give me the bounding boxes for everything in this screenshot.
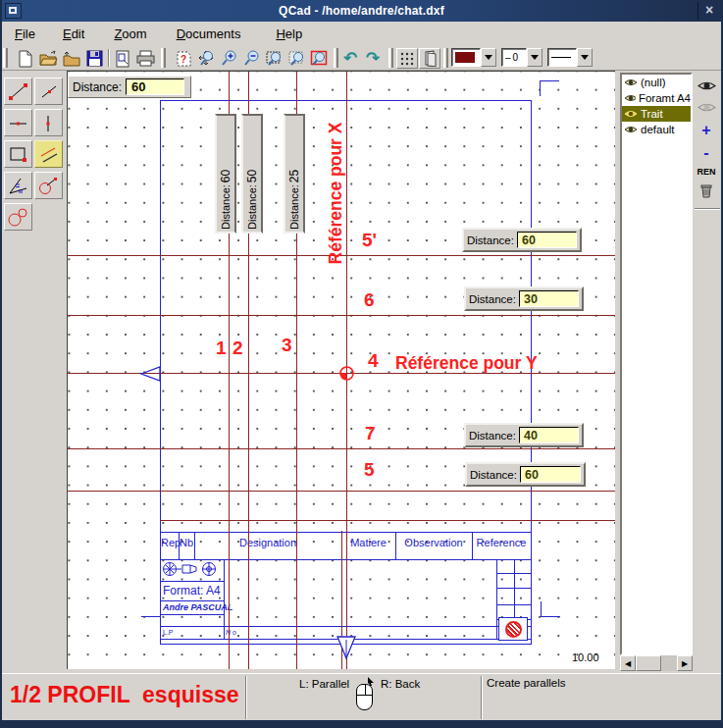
distance-value: 60 [517,232,577,248]
drawing-canvas[interactable]: Rep Nb Designation Matiere Observation R… [67,71,615,669]
line-style-arrow[interactable] [577,48,593,67]
titleblock-footer-mid: N o [226,629,236,636]
close-button[interactable]: × [697,2,720,20]
layer-show-all-button[interactable] [693,78,720,96]
tool-tangent-circles[interactable] [4,203,32,231]
layer-name: Foramt A4 [639,92,691,104]
line-style-field[interactable] [547,48,577,67]
redo-button[interactable]: ↷ [362,48,384,69]
menu-help[interactable]: Help [267,24,311,44]
zoom-out-button[interactable] [240,48,262,69]
distance-input[interactable]: 60 [126,78,184,95]
scroll-left-button[interactable]: ◀ [620,655,636,671]
grid-spacing-indicator: 10.00 [572,651,599,663]
print-button[interactable] [134,48,156,69]
titleblock-author: Andre PASCUAL [163,602,232,612]
toolbar-handle[interactable] [443,48,448,68]
tool-rectangle[interactable] [4,140,32,168]
grid-toggle-button[interactable] [396,48,418,69]
tool-bisector[interactable] [4,172,32,199]
tool-line-angle[interactable] [34,78,63,105]
tool-line-vertical[interactable] [34,109,63,136]
toolbar-handle[interactable] [334,48,338,68]
menu-documents[interactable]: Documents [168,24,250,44]
titleblock-header-reference: Reference [472,537,531,548]
line-horizontal-icon [7,113,29,133]
import-button[interactable] [60,48,81,69]
open-file-button[interactable] [37,48,59,69]
svg-text:?: ? [181,54,186,65]
projection-symbols-icon [162,561,221,578]
zoom-pan-icon [287,49,306,68]
layer-row-default[interactable]: default [622,122,691,137]
distance-value: 60 [520,466,581,483]
layer-view-button[interactable] [419,48,440,69]
chevron-down-icon [531,55,539,60]
toolbar-handle[interactable] [3,48,8,68]
window-menu-icon[interactable] [5,3,22,19]
line-width-field[interactable]: – 0 [501,48,527,67]
zoom-window-button[interactable] [263,48,284,69]
mouse-icon [356,684,373,710]
remove-layer-button[interactable]: - [693,144,720,162]
title-bar[interactable]: QCad - /home/andre/chat.dxf × [0,0,723,22]
annotation-5prime: 5' [362,230,377,251]
annotation-7: 7 [365,423,376,444]
menu-file[interactable]: File [6,24,44,44]
zoom-previous-button[interactable] [308,48,330,69]
add-layer-button[interactable]: + [693,122,720,139]
crop-mark-bottom-right [541,601,560,617]
new-file-button[interactable] [15,48,36,69]
undo-button[interactable]: ↶ [339,48,361,69]
bisector-icon [7,176,29,196]
scroll-right-button[interactable]: ▶ [677,655,693,671]
line-width-arrow[interactable] [527,48,542,67]
toolbar-handle[interactable] [388,48,393,68]
layer-hide-all-button[interactable] [693,100,720,118]
zoom-in-icon [220,49,238,68]
distance-label: Distance: [469,293,516,305]
line-angle-icon [37,81,60,102]
zoom-in-button[interactable] [218,48,239,69]
delete-layer-button[interactable] [693,182,720,203]
import-folder-icon [62,50,80,67]
current-color-swatch [455,52,475,63]
distance-tag-rotated-1: Distance:60 [215,114,236,234]
eye-icon[interactable] [624,93,636,103]
menu-zoom[interactable]: Zoom [105,24,155,44]
toolbar-handle[interactable] [161,48,166,68]
annotation-4: 4 [368,350,379,372]
layer-row-null[interactable]: (null) [622,75,691,90]
distance-label: Distance: [246,184,258,230]
right-mouse-hint: R: Back [381,678,420,690]
tool-line-two-points[interactable] [4,78,32,105]
annotation-5: 5 [364,459,375,481]
zoom-auto-button[interactable] [195,48,217,69]
save-button[interactable] [83,48,105,69]
tool-tangent-point-circle[interactable] [34,172,63,199]
distance-label: Distance: [469,430,516,442]
distance-tag-30: Distance:30 [464,286,584,311]
zoom-previous-icon [310,49,329,68]
open-folder-icon [39,50,58,67]
layer-list-scrollbar[interactable]: ◀ ▶ [620,655,693,671]
color-select-arrow[interactable] [481,48,496,67]
menu-edit[interactable]: Edit [54,24,93,44]
layer-row-foramt-a4[interactable]: Foramt A4 [622,90,691,106]
eye-icon[interactable] [624,109,638,119]
zoom-pan-button[interactable] [285,48,307,69]
scrollbar-thumb[interactable] [636,655,661,671]
color-select-field[interactable] [451,48,481,67]
tool-parallel[interactable] [34,140,63,168]
layer-row-trait[interactable]: Trait [622,106,691,122]
redraw-button[interactable]: ? [173,48,194,69]
layer-name: default [641,124,675,135]
eye-icon[interactable] [624,78,638,87]
print-preview-button[interactable] [112,48,133,69]
eye-icon[interactable] [624,125,638,134]
titleblock-line [496,573,532,574]
rename-layer-button[interactable]: REN [693,167,720,177]
tool-line-horizontal[interactable] [4,109,32,136]
distance-label: Distance: [220,184,232,230]
layer-list[interactable]: (null) Foramt A4 Trait default [620,73,693,655]
